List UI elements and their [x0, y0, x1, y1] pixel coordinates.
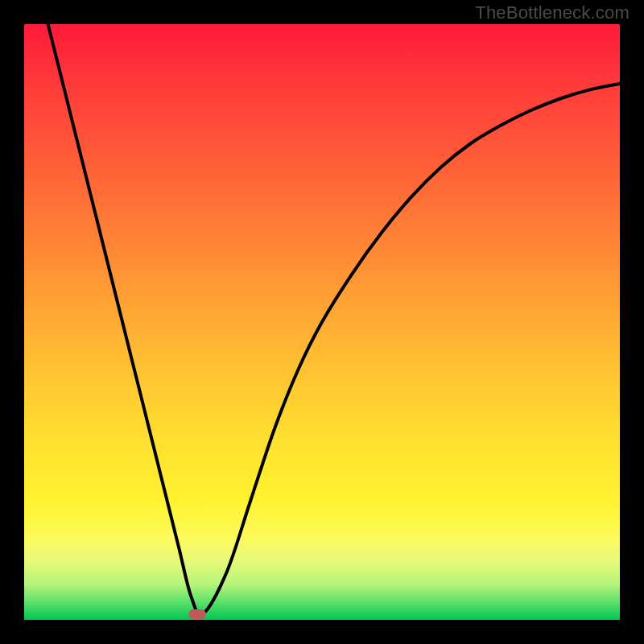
chart-frame: TheBottleneck.com [0, 0, 644, 644]
bottleneck-curve [24, 24, 620, 620]
plot-area [24, 24, 620, 620]
min-marker [188, 609, 206, 619]
watermark-text: TheBottleneck.com [475, 2, 630, 23]
